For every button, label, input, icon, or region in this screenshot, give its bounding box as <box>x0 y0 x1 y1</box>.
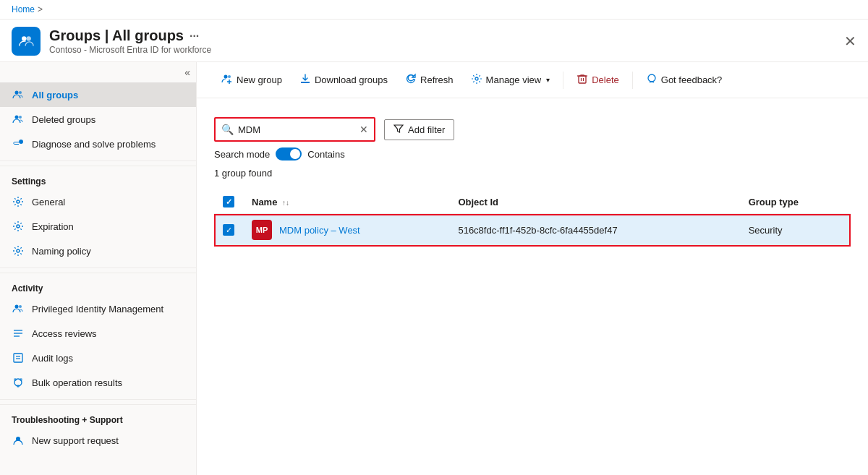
svg-point-31 <box>648 74 655 82</box>
group-name-link[interactable]: MDM policy – West <box>279 225 360 236</box>
pim-icon <box>12 302 25 315</box>
col-name-label: Name <box>252 197 277 207</box>
breadcrumb-separator: > <box>38 4 43 14</box>
wrench-icon <box>12 137 25 150</box>
manage-view-button[interactable]: Manage view ▾ <box>464 69 558 90</box>
svg-point-10 <box>19 305 22 308</box>
close-button[interactable]: ✕ <box>844 33 856 50</box>
groups-table: ✓ Name ↑↓ Object Id Group type <box>214 190 851 247</box>
download-icon <box>299 73 311 87</box>
search-area: 🔍 ✕ Add filter <box>214 107 851 184</box>
new-group-button[interactable]: New group <box>214 69 289 90</box>
toolbar-divider <box>563 72 563 89</box>
delete-button[interactable]: Delete <box>569 69 626 90</box>
access-reviews-icon <box>12 327 25 340</box>
svg-point-4 <box>15 116 19 119</box>
refresh-label: Refresh <box>420 74 454 85</box>
sidebar-item-bulk-ops[interactable]: Bulk operation results <box>0 370 196 395</box>
col-group-type: Group type <box>740 190 851 214</box>
users-icon <box>12 88 25 101</box>
sidebar-item-pim[interactable]: Privileged Identity Management <box>0 296 196 321</box>
page-title: Groups | All groups ··· <box>49 27 211 44</box>
sidebar-item-audit-logs-label: Audit logs <box>32 353 73 364</box>
search-icon: 🔍 <box>221 124 234 135</box>
new-group-icon <box>221 73 233 87</box>
sidebar-item-access-reviews[interactable]: Access reviews <box>0 321 196 346</box>
svg-point-0 <box>22 36 26 40</box>
svg-rect-14 <box>14 354 22 362</box>
sidebar-divider-2 <box>0 268 196 268</box>
svg-point-8 <box>17 249 20 252</box>
feedback-label: Got feedback? <box>661 74 723 85</box>
svg-point-26 <box>475 77 478 80</box>
table-row[interactable]: ✓ MP MDM policy – West 516c8fdc-ff1f-452… <box>214 214 851 247</box>
page-header: Groups | All groups ··· Contoso - Micros… <box>0 20 868 62</box>
col-object-id: Object Id <box>449 190 739 214</box>
activity-section-header: Activity <box>0 273 196 296</box>
svg-point-5 <box>19 116 22 119</box>
page-subtitle: Contoso - Microsoft Entra ID for workfor… <box>49 45 211 55</box>
sidebar-item-naming-policy-label: Naming policy <box>32 246 91 257</box>
delete-icon <box>576 73 588 87</box>
refresh-button[interactable]: Refresh <box>398 69 461 90</box>
sidebar-item-pim-label: Privileged Identity Management <box>32 304 163 314</box>
row-object-id-cell: 516c8fdc-ff1f-452b-8cfc-6fa4455def47 <box>449 214 739 247</box>
svg-rect-27 <box>579 76 586 83</box>
svg-point-23 <box>228 75 231 78</box>
col-checkbox: ✓ <box>214 190 243 214</box>
naming-policy-icon <box>12 244 25 257</box>
feedback-icon <box>646 73 658 87</box>
header-checkbox[interactable]: ✓ <box>223 196 234 207</box>
sidebar-item-new-support[interactable]: New support request <box>0 428 196 453</box>
gear-icon <box>12 195 25 208</box>
sidebar: « All groups <box>0 62 197 475</box>
support-icon <box>12 434 25 447</box>
breadcrumb-home[interactable]: Home <box>12 4 35 14</box>
search-mode-row: Search mode Contains <box>214 147 851 161</box>
users-deleted-icon <box>12 113 25 126</box>
row-checkbox[interactable]: ✓ <box>223 224 234 236</box>
svg-point-20 <box>17 385 20 388</box>
sort-icon: ↑↓ <box>282 199 289 207</box>
sidebar-item-expiration-label: Expiration <box>32 221 74 232</box>
col-name[interactable]: Name ↑↓ <box>243 190 449 214</box>
sidebar-item-naming-policy[interactable]: Naming policy <box>0 239 196 263</box>
troubleshoot-section-header: Troubleshooting + Support <box>0 404 196 428</box>
svg-point-2 <box>15 91 19 95</box>
feedback-button[interactable]: Got feedback? <box>639 69 730 90</box>
row-name-cell: MP MDM policy – West <box>243 214 449 247</box>
sidebar-item-all-groups-label: All groups <box>32 90 78 100</box>
content-area: 🔍 ✕ Add filter <box>197 98 868 475</box>
search-input[interactable] <box>238 124 359 135</box>
sidebar-item-deleted-groups[interactable]: Deleted groups <box>0 107 196 132</box>
results-count: 1 group found <box>214 168 851 179</box>
header-icon <box>12 27 41 56</box>
search-clear-button[interactable]: ✕ <box>359 124 368 135</box>
search-mode-value: Contains <box>307 149 344 160</box>
new-group-label: New group <box>237 74 282 85</box>
refresh-icon <box>405 73 417 87</box>
sidebar-item-audit-logs[interactable]: Audit logs <box>0 346 196 370</box>
delete-label: Delete <box>592 74 619 85</box>
search-mode-toggle[interactable] <box>276 147 302 161</box>
toolbar-divider-2 <box>632 72 633 89</box>
sidebar-item-general[interactable]: General <box>0 189 196 214</box>
filter-icon <box>393 124 404 136</box>
sidebar-item-deleted-groups-label: Deleted groups <box>32 114 95 125</box>
add-filter-button[interactable]: Add filter <box>384 119 454 140</box>
download-groups-button[interactable]: Download groups <box>292 69 395 90</box>
search-box: 🔍 ✕ <box>214 117 375 142</box>
sidebar-item-expiration[interactable]: Expiration <box>0 214 196 239</box>
header-ellipsis-btn[interactable]: ··· <box>190 30 199 43</box>
svg-point-19 <box>20 378 22 381</box>
audit-logs-icon <box>12 351 25 364</box>
sidebar-item-diagnose-label: Diagnose and solve problems <box>32 139 156 150</box>
collapse-sidebar-button[interactable]: « <box>184 67 190 78</box>
download-groups-label: Download groups <box>315 74 388 85</box>
svg-point-18 <box>14 378 17 381</box>
sidebar-item-diagnose[interactable]: Diagnose and solve problems <box>0 132 196 156</box>
expiration-gear-icon <box>12 220 25 233</box>
svg-point-3 <box>19 91 22 94</box>
svg-point-6 <box>17 200 20 203</box>
sidebar-item-all-groups[interactable]: All groups <box>0 82 196 107</box>
